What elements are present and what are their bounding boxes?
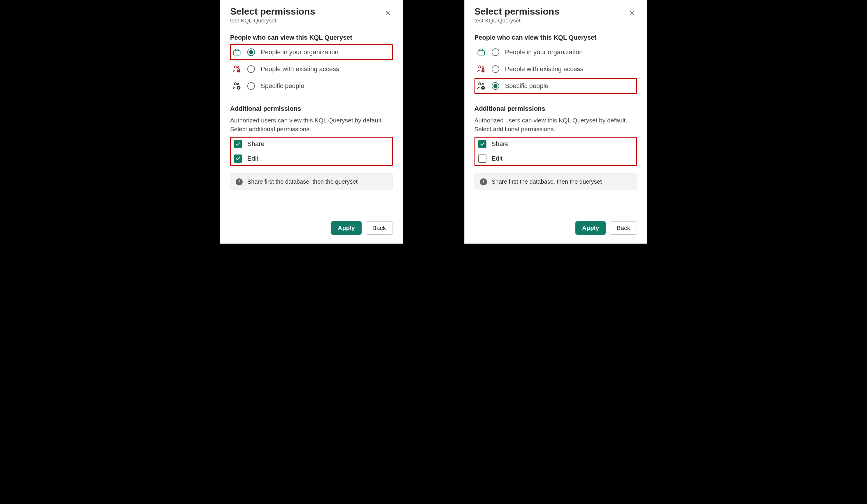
svg-rect-16 xyxy=(481,70,484,73)
radio-option[interactable]: People in your organization xyxy=(230,44,393,60)
additional-section-label: Additional permissions xyxy=(230,105,393,112)
radio-label: Specific people xyxy=(505,82,548,90)
radio-label: Specific people xyxy=(261,82,304,90)
close-button[interactable] xyxy=(627,8,637,18)
dialog-subtitle: test-KQL-Queryset xyxy=(230,18,315,24)
apply-button[interactable]: Apply xyxy=(331,221,361,235)
info-bar: iShare first the database, then the quer… xyxy=(474,173,637,190)
radio-option[interactable]: Specific people xyxy=(474,78,637,94)
svg-point-6 xyxy=(234,83,236,85)
back-button[interactable]: Back xyxy=(610,221,637,235)
permissions-panel: Select permissionstest-KQL-QuerysetPeopl… xyxy=(220,0,403,244)
radio-label: People with existing access xyxy=(505,65,584,73)
info-text: Share first the database, then the query… xyxy=(247,178,357,185)
back-button[interactable]: Back xyxy=(366,221,393,235)
svg-point-4 xyxy=(238,66,239,68)
radio-option[interactable]: People with existing access xyxy=(230,61,393,77)
svg-point-18 xyxy=(482,83,483,85)
people-add-icon xyxy=(232,81,242,91)
close-icon xyxy=(629,10,635,16)
checkbox-label: Share xyxy=(492,140,509,148)
additional-description: Authorized users can view this KQL Query… xyxy=(230,116,393,134)
checkbox-group: ShareEdit xyxy=(474,137,637,166)
info-bar: iShare first the database, then the quer… xyxy=(230,173,393,190)
checkbox-option[interactable]: Share xyxy=(234,140,391,148)
briefcase-icon xyxy=(477,47,486,57)
close-icon xyxy=(385,10,391,16)
checkbox-indicator xyxy=(478,154,486,163)
view-section-label: People who can view this KQL Queryset xyxy=(474,34,637,41)
checkbox-label: Edit xyxy=(492,155,503,162)
additional-description: Authorized users can view this KQL Query… xyxy=(474,116,637,134)
radio-indicator xyxy=(492,65,499,73)
panel-separator xyxy=(403,0,464,244)
radio-indicator xyxy=(247,65,255,73)
radio-label: People in your organization xyxy=(505,48,583,56)
checkbox-indicator xyxy=(234,140,242,148)
checkbox-option[interactable]: Edit xyxy=(478,154,635,163)
radio-option[interactable]: People with existing access xyxy=(474,61,637,77)
svg-point-14 xyxy=(479,66,481,68)
radio-indicator xyxy=(492,82,499,90)
radio-indicator xyxy=(247,82,255,90)
svg-rect-13 xyxy=(478,51,484,55)
dialog-title: Select permissions xyxy=(230,6,315,17)
radio-indicator xyxy=(492,48,499,56)
checkbox-option[interactable]: Share xyxy=(478,140,635,148)
checkbox-option[interactable]: Edit xyxy=(234,154,391,163)
svg-rect-2 xyxy=(234,51,240,55)
checkbox-label: Share xyxy=(247,140,265,148)
checkbox-indicator xyxy=(234,154,242,163)
people-lock-icon xyxy=(477,64,486,74)
dialog-footer: ApplyBack xyxy=(474,210,637,235)
radio-option[interactable]: Specific people xyxy=(230,78,393,94)
radio-label: People with existing access xyxy=(261,65,339,73)
checkbox-indicator xyxy=(478,140,486,148)
svg-point-7 xyxy=(238,83,239,85)
people-lock-icon xyxy=(232,64,242,74)
apply-button[interactable]: Apply xyxy=(575,221,606,235)
svg-point-17 xyxy=(479,83,481,85)
radio-label: People in your organization xyxy=(261,48,339,56)
dialog-subtitle: test-KQL-Queryset xyxy=(474,18,560,24)
info-text: Share first the database, then the query… xyxy=(492,178,602,185)
info-icon: i xyxy=(480,178,487,185)
svg-point-3 xyxy=(234,66,236,68)
dialog-footer: ApplyBack xyxy=(230,210,393,235)
svg-rect-5 xyxy=(237,70,240,73)
additional-section-label: Additional permissions xyxy=(474,105,637,112)
permissions-panel: Select permissionstest-KQL-QuerysetPeopl… xyxy=(464,0,647,244)
checkbox-group: ShareEdit xyxy=(230,137,393,166)
svg-point-15 xyxy=(482,66,483,68)
people-add-icon xyxy=(477,81,486,91)
checkbox-label: Edit xyxy=(247,155,258,162)
dialog-title: Select permissions xyxy=(474,6,560,17)
radio-indicator xyxy=(247,48,255,56)
close-button[interactable] xyxy=(383,8,393,18)
radio-option[interactable]: People in your organization xyxy=(474,44,637,60)
view-section-label: People who can view this KQL Queryset xyxy=(230,34,393,41)
briefcase-icon xyxy=(232,47,242,57)
info-icon: i xyxy=(236,178,243,185)
